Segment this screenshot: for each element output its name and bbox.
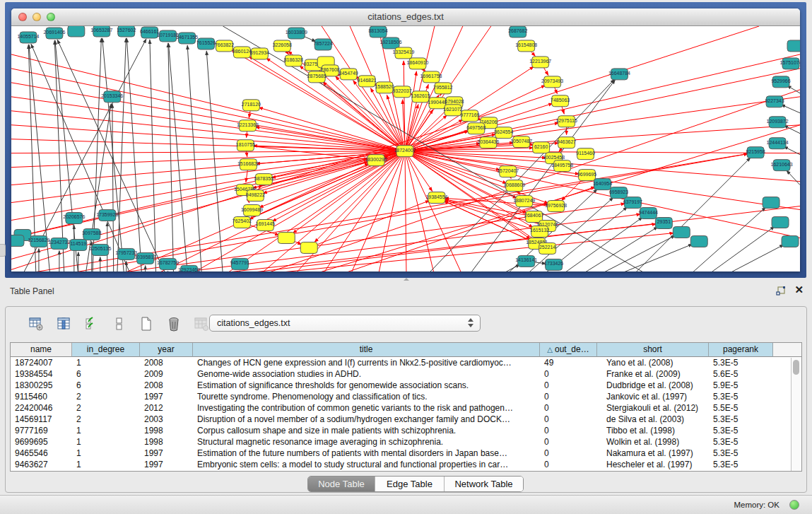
column-header-name[interactable]: name <box>11 343 72 357</box>
table-cell[interactable]: 2012 <box>140 402 193 414</box>
column-header-title[interactable]: title <box>193 343 540 357</box>
table-settings-button[interactable] <box>27 315 45 333</box>
column-header-pagerank[interactable]: pagerank <box>709 343 773 357</box>
table-cell[interactable]: Genome-wide association studies in ADHD. <box>193 368 540 380</box>
table-row[interactable]: 2242004622012Investigating the contribut… <box>11 402 801 414</box>
graph-node[interactable] <box>772 217 789 228</box>
table-cell[interactable]: 49 <box>540 357 597 368</box>
table-cell[interactable]: 1 <box>72 448 140 459</box>
minimize-window-button[interactable] <box>33 13 41 21</box>
table-cell[interactable]: Wolkin et al. (1998) <box>597 436 709 448</box>
zoom-window-button[interactable] <box>47 13 55 21</box>
table-cell[interactable]: 1997 <box>140 448 193 459</box>
table-row[interactable]: 1456911722003Disruption of a novel membe… <box>11 414 801 425</box>
table-cell[interactable]: 1 <box>72 357 140 368</box>
table-cell[interactable]: Jankovic et al. (1997) <box>597 391 709 402</box>
graph-node[interactable] <box>300 242 317 253</box>
table-cell[interactable]: Structural magnetic resonance image aver… <box>193 436 540 448</box>
table-cell[interactable]: de Silva et al. (2003) <box>597 414 709 425</box>
table-cell[interactable]: 2 <box>72 402 140 414</box>
column-header-out_de[interactable]: △out_de… <box>540 343 597 357</box>
table-cell[interactable]: 0 <box>540 391 597 402</box>
graph-node[interactable] <box>673 226 690 238</box>
table-cell[interactable]: Estimation of the future numbers of pati… <box>193 448 540 459</box>
table-cell[interactable]: 6 <box>72 380 140 391</box>
graph-node[interactable] <box>68 26 85 37</box>
table-cell[interactable]: 5.3E-5 <box>709 391 773 402</box>
table-cell[interactable]: 5.6E-5 <box>709 368 773 380</box>
table-cell[interactable]: 5.9E-5 <box>709 380 773 391</box>
table-row[interactable]: 977716911998Corpus callosum shape and si… <box>11 425 801 436</box>
delete-table-button[interactable] <box>165 315 183 333</box>
table-row[interactable]: 946554611997Estimation of the future num… <box>11 448 801 459</box>
column-select-button[interactable] <box>82 315 100 333</box>
table-cell[interactable]: 14569117 <box>11 414 72 425</box>
tab-node-table[interactable]: Node Table <box>308 477 375 491</box>
table-cell[interactable]: 1998 <box>140 436 193 448</box>
table-cell[interactable]: Tibbo et al. (1998) <box>597 425 709 436</box>
table-cell[interactable]: 1 <box>72 459 140 470</box>
collapsed-panel-handle[interactable] <box>0 244 6 257</box>
table-cell[interactable]: Corpus callosum shape and size in male p… <box>193 425 540 436</box>
table-row[interactable]: 946362711997Embryonic stem cells: a mode… <box>11 459 801 470</box>
graph-node[interactable] <box>278 232 295 243</box>
table-cell[interactable]: 2 <box>72 414 140 425</box>
table-cell[interactable]: Stergiakouli et al. (2012) <box>597 402 709 414</box>
table-cell[interactable]: 9777169 <box>11 425 72 436</box>
table-cell[interactable]: 1 <box>72 425 140 436</box>
new-table-button[interactable] <box>137 315 155 333</box>
row-mode-button[interactable] <box>110 315 128 333</box>
graph-node[interactable] <box>763 197 779 209</box>
table-cell[interactable]: 9463627 <box>11 459 72 470</box>
network-window-titlebar[interactable]: citations_edges.txt <box>11 8 800 26</box>
table-cell[interactable]: 2003 <box>140 414 193 425</box>
table-cell[interactable]: Franke et al. (2009) <box>597 368 709 380</box>
close-window-button[interactable] <box>18 13 27 21</box>
table-cell[interactable]: 0 <box>540 459 597 470</box>
float-panel-icon[interactable] <box>775 286 787 297</box>
table-cell[interactable]: 0 <box>540 414 597 425</box>
table-cell[interactable]: 0 <box>540 402 597 414</box>
graph-node[interactable] <box>690 235 707 247</box>
table-row[interactable]: 1830029562008Estimation of significance … <box>11 380 801 391</box>
table-cell[interactable]: 5.3E-5 <box>709 414 773 425</box>
table-row[interactable]: 911546021997Tourette syndrome. Phenomeno… <box>11 391 801 402</box>
table-cell[interactable]: 5.3E-5 <box>709 425 773 436</box>
memory-status-indicator[interactable] <box>789 500 799 510</box>
table-cell[interactable]: 22420046 <box>11 402 72 414</box>
table-cell[interactable]: 2008 <box>140 380 193 391</box>
table-cell[interactable]: 1998 <box>140 425 193 436</box>
table-cell[interactable]: 9115460 <box>11 391 72 402</box>
table-cell[interactable]: 9699695 <box>11 436 72 448</box>
table-cell[interactable]: 18724007 <box>11 357 72 368</box>
column-visibility-button[interactable] <box>54 315 73 333</box>
table-cell[interactable]: 2 <box>72 391 140 402</box>
graph-node[interactable] <box>11 235 24 246</box>
table-cell[interactable]: Yano et al. (2008) <box>597 357 709 368</box>
table-cell[interactable]: Embryonic stem cells: a model to study s… <box>193 459 540 470</box>
column-header-year[interactable]: year <box>140 343 193 357</box>
table-row[interactable]: 969969511998Structural magnetic resonanc… <box>11 436 801 448</box>
table-row[interactable]: 1872400712008Changes of HCN gene express… <box>11 357 801 368</box>
tab-edge-table[interactable]: Edge Table <box>375 477 445 491</box>
table-cell[interactable]: 0 <box>540 380 597 391</box>
table-row[interactable]: 1938455462009Genome-wide association stu… <box>11 368 801 380</box>
table-cell[interactable]: 1997 <box>140 459 193 470</box>
table-cell[interactable]: 9465546 <box>11 448 72 459</box>
table-cell[interactable]: 0 <box>540 368 597 380</box>
table-vertical-scrollbar[interactable] <box>791 358 801 471</box>
table-cell[interactable]: Dudbridge et al. (2008) <box>597 380 709 391</box>
table-cell[interactable]: 5.3E-5 <box>709 436 773 448</box>
column-header-in_degree[interactable]: in_degree <box>72 343 140 357</box>
table-cell[interactable]: 0 <box>540 436 597 448</box>
table-cell[interactable]: 0 <box>540 448 597 459</box>
table-cell[interactable]: 18300295 <box>11 380 72 391</box>
table-cell[interactable]: Tourette syndrome. Phenomenology and cla… <box>193 391 540 402</box>
table-cell[interactable]: 1 <box>72 436 140 448</box>
network-canvas[interactable]: 1405571420691406106532871527602646616110… <box>11 26 800 271</box>
column-header-short[interactable]: short <box>597 343 709 357</box>
table-cell[interactable]: 6 <box>72 368 140 380</box>
table-cell[interactable]: 2009 <box>140 368 193 380</box>
table-cell[interactable]: 0 <box>540 425 597 436</box>
table-cell[interactable]: Estimation of significance thresholds fo… <box>193 380 540 391</box>
